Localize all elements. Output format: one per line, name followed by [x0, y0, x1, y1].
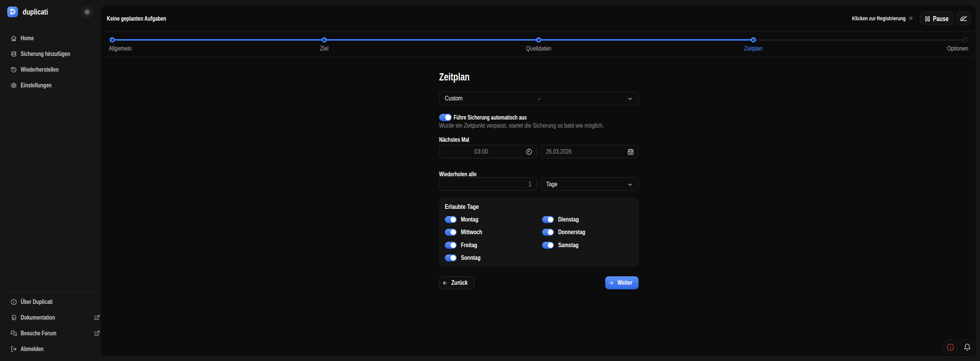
svg-text:12: 12 — [629, 151, 632, 154]
